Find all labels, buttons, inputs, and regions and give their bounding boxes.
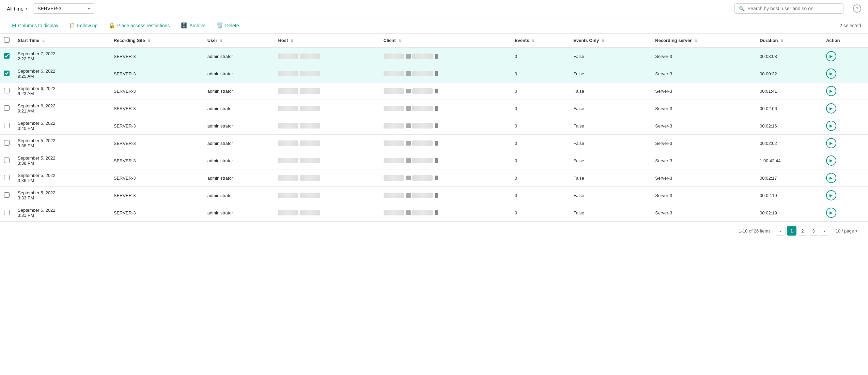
row-checkbox[interactable]: [4, 105, 10, 111]
col-recording-site[interactable]: Recording Site ⇅: [110, 34, 203, 47]
row-checkbox-cell[interactable]: [0, 169, 14, 187]
table-row: September 6, 20229:23 AM SERVER-3 admini…: [0, 82, 868, 100]
table-row: September 6, 20229:25 AM SERVER-3 admini…: [0, 65, 868, 82]
table-row: September 5, 20223:33 PM SERVER-3 admini…: [0, 187, 868, 204]
cell-duration: 00:02:06: [756, 100, 822, 117]
row-checkbox-cell[interactable]: [0, 47, 14, 65]
cell-events-only: False: [569, 82, 651, 100]
per-page-select[interactable]: 10 / page ▾: [832, 227, 861, 235]
col-recording-server[interactable]: Recording server ⇅: [651, 34, 756, 47]
play-button[interactable]: ▶: [826, 173, 836, 183]
col-client[interactable]: Client ⇅: [379, 34, 511, 47]
cell-recording-server: Server-3: [651, 135, 756, 152]
cell-events: 0: [511, 135, 569, 152]
row-checkbox-cell[interactable]: [0, 65, 14, 82]
col-start-time[interactable]: Start Time ⇅: [14, 34, 110, 47]
row-checkbox-cell[interactable]: [0, 204, 14, 222]
play-button[interactable]: ▶: [826, 51, 836, 61]
cell-duration: 00:02:19: [756, 187, 822, 204]
row-checkbox-cell[interactable]: [0, 152, 14, 169]
trash-icon: 🗑️: [216, 22, 223, 29]
cell-user: administrator: [203, 65, 274, 82]
cell-user: administrator: [203, 82, 274, 100]
cell-client: [379, 204, 511, 222]
row-checkbox[interactable]: [4, 71, 10, 76]
cell-recording-site: SERVER-3: [110, 204, 203, 222]
server-select-value: SERVER-3: [37, 6, 61, 11]
row-checkbox[interactable]: [4, 175, 10, 180]
play-button[interactable]: ▶: [826, 69, 836, 79]
search-input[interactable]: [747, 6, 839, 11]
cell-events: 0: [511, 47, 569, 65]
row-checkbox[interactable]: [4, 210, 10, 215]
cell-recording-site: SERVER-3: [110, 187, 203, 204]
row-checkbox[interactable]: [4, 192, 10, 198]
page-3-button[interactable]: 3: [809, 226, 818, 236]
next-page-button[interactable]: ›: [820, 226, 829, 236]
play-button[interactable]: ▶: [826, 86, 836, 96]
play-button[interactable]: ▶: [826, 190, 836, 200]
cell-recording-server: Server-3: [651, 187, 756, 204]
cell-host: [274, 169, 379, 187]
cell-host: [274, 135, 379, 152]
columns-to-display-button[interactable]: ⊞ Columns to display: [7, 20, 63, 31]
cell-action: ▶: [822, 100, 868, 117]
play-button[interactable]: ▶: [826, 138, 836, 148]
col-user[interactable]: User ⇅: [203, 34, 274, 47]
cell-host: [274, 187, 379, 204]
cell-start-time: September 5, 20223:33 PM: [14, 187, 110, 204]
page-1-button[interactable]: 1: [787, 226, 796, 236]
archive-label: Archive: [189, 23, 205, 28]
cell-duration: 00:02:19: [756, 204, 822, 222]
delete-button[interactable]: 🗑️ Delete: [212, 20, 244, 31]
play-button[interactable]: ▶: [826, 121, 836, 131]
help-icon[interactable]: ?: [853, 4, 861, 13]
page-nav: ‹ 1 2 3 ›: [776, 226, 829, 236]
col-events[interactable]: Events ⇅: [511, 34, 569, 47]
table-row: September 5, 20223:38 PM SERVER-3 admini…: [0, 135, 868, 152]
table-row: September 6, 20229:21 AM SERVER-3 admini…: [0, 100, 868, 117]
row-checkbox-cell[interactable]: [0, 117, 14, 135]
row-checkbox-cell[interactable]: [0, 100, 14, 117]
cell-recording-site: SERVER-3: [110, 47, 203, 65]
row-checkbox[interactable]: [4, 88, 10, 93]
play-button[interactable]: ▶: [826, 155, 836, 166]
cell-action: ▶: [822, 187, 868, 204]
cell-start-time: September 5, 20223:36 PM: [14, 169, 110, 187]
cell-client: [379, 187, 511, 204]
play-button[interactable]: ▶: [826, 208, 836, 218]
row-checkbox-cell[interactable]: [0, 82, 14, 100]
cell-client: [379, 152, 511, 169]
cell-start-time: September 6, 20229:21 AM: [14, 100, 110, 117]
row-checkbox[interactable]: [4, 140, 10, 146]
follow-up-button[interactable]: 📋 Follow up: [64, 21, 102, 30]
select-all-header[interactable]: [0, 34, 14, 47]
archive-button[interactable]: 🗄️ Archive: [176, 20, 210, 31]
row-checkbox[interactable]: [4, 123, 10, 128]
cell-client: [379, 117, 511, 135]
page-2-button[interactable]: 2: [798, 226, 807, 236]
server-select[interactable]: SERVER-3 ▾: [33, 3, 94, 14]
row-checkbox-cell[interactable]: [0, 135, 14, 152]
col-host[interactable]: Host ⇅: [274, 34, 379, 47]
play-button[interactable]: ▶: [826, 103, 836, 114]
select-all-checkbox[interactable]: [4, 37, 10, 43]
cell-host: [274, 65, 379, 82]
pagination: 1-10 of 26 items ‹ 1 2 3 › 10 / page ▾: [0, 222, 868, 240]
prev-page-button[interactable]: ‹: [776, 226, 786, 236]
cell-events: 0: [511, 82, 569, 100]
row-checkbox-cell[interactable]: [0, 187, 14, 204]
row-checkbox[interactable]: [4, 158, 10, 163]
cell-client: [379, 82, 511, 100]
place-access-restrictions-button[interactable]: 🔒 Place access restrictions: [104, 20, 174, 31]
cell-recording-server: Server-3: [651, 204, 756, 222]
row-checkbox[interactable]: [4, 53, 10, 59]
cell-action: ▶: [822, 82, 868, 100]
col-events-only[interactable]: Events Only ⇅: [569, 34, 651, 47]
time-filter-label: All time: [7, 6, 24, 12]
archive-icon: 🗄️: [181, 22, 187, 29]
cell-user: administrator: [203, 47, 274, 65]
col-duration[interactable]: Duration ⇅: [756, 34, 822, 47]
time-filter[interactable]: All time ▾: [7, 6, 28, 12]
sort-icon: ⇅: [220, 39, 222, 43]
